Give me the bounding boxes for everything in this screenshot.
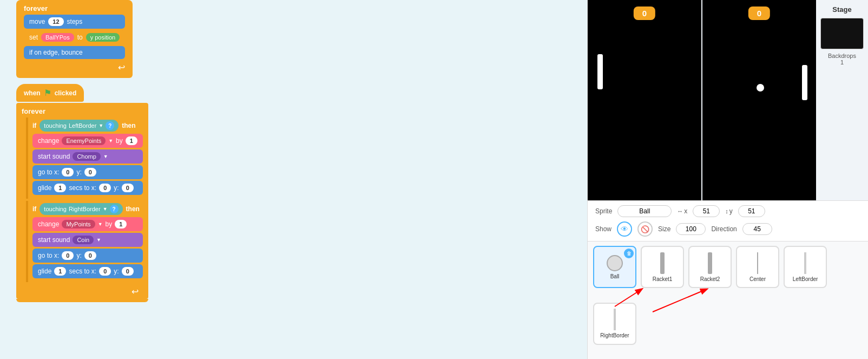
forever-label-2: forever [22,105,143,118]
direction-label: Direction [711,225,737,233]
enemy-points-var: EnemyPoints [62,136,106,145]
stage-mini-panel: Stage Backdrops 1 [816,0,868,200]
question-1: ? [106,121,114,130]
if-label-2: if [32,205,36,213]
stage-label: Stage [832,5,851,14]
question-2: ? [110,205,119,213]
sprite-direction-input[interactable] [742,223,772,235]
dropdown-1: ▼ [98,123,103,128]
flag-icon: ⚑ [44,88,51,98]
sprite-label: Sprite [595,207,612,215]
when-label: when [24,89,41,97]
coin-dropdown: ▼ [96,237,101,243]
glide-1-block[interactable]: glide 1 secs to x: 0 y: 0 [32,181,143,195]
my-points-var: MyPoints [62,220,95,229]
glide1-secs: 1 [54,184,66,192]
sprite-item-ball[interactable]: 🗑 Ball [593,246,636,288]
eye-hidden-button[interactable]: 🚫 [637,221,653,237]
sprite-item-racket2[interactable]: Racket2 [688,246,732,288]
sprite-item-racket1[interactable]: Racket1 [641,246,684,288]
stage-area: 0 0 Stage Backdrops 1 [588,0,868,200]
glide2-x: 0 [99,267,111,276]
touching-condition-2[interactable]: touching RightBorder ▼ ? [40,203,122,215]
sprite-item-leftborder[interactable]: LeftBorder [784,246,827,288]
backdrops-label: Backdrops [828,53,856,59]
set-ballYPos-block[interactable]: set BallYPos to y position [24,30,125,44]
sprite-size-input[interactable] [676,223,706,235]
when-clicked-block[interactable]: when ⚑ clicked [16,84,84,102]
paddle-left-1 [597,54,603,89]
clicked-label: clicked [55,89,77,97]
move-block[interactable]: move 12 steps [24,15,125,29]
svg-line-1 [653,289,707,312]
enemy-change-val: 1 [126,136,137,145]
start-sound-chomp[interactable]: start sound Chomp ▼ [32,149,143,164]
sprite-props-row1: Sprite ↔ x ↕ y [595,205,860,217]
if-block-2: if touching RightBorder ▼ ? then change … [26,201,143,282]
show-label: Show [595,225,611,233]
sprite-props-row2: Show 👁 🚫 Size Direction [595,221,860,237]
rightborder-thumb [614,309,616,330]
eye-visible-button[interactable]: 👁 [617,221,632,237]
start-sound-coin[interactable]: start sound Coin ▼ [32,233,143,247]
delete-badge-ball[interactable]: 🗑 [624,249,634,258]
dropdown-2: ▼ [103,206,108,212]
forever-block-2: forever if touching LeftBorder ▼ ? then [16,103,148,299]
leftborder-sprite-name: LeftBorder [793,276,818,282]
forever-block-1-bottom [16,75,133,78]
score-badge-2: 0 [748,6,770,20]
change-my-block[interactable]: change MyPoints ▼ by 1 [32,217,143,231]
center-sprite-name: Center [749,276,766,282]
racket2-sprite-name: Racket2 [700,276,720,282]
ep-dropdown: ▼ [108,138,113,143]
racket1-sprite-name: Racket1 [653,276,673,282]
glide1-y: 0 [122,184,134,192]
forever-label-1: forever [24,2,125,15]
goto1-y-val: 0 [84,168,96,177]
curve-arrow-2: ↩ [22,284,143,299]
game-screen-1: 0 [588,0,701,200]
sprite-item-rightborder[interactable]: RightBorder [593,303,636,345]
center-thumb [757,252,758,274]
ball-sprite [757,84,764,92]
code-area: forever move 12 steps set BallYPos to y … [0,0,587,359]
score-badge-1: 0 [634,6,655,20]
glide1-x: 0 [99,184,111,192]
x-label-group: ↔ x [677,207,687,215]
rightborder-sprite-name: RightBorder [600,332,629,338]
game-screens: 0 0 [588,0,816,200]
if-label-1: if [32,122,36,129]
goto1-x-val: 0 [62,168,74,177]
size-label: Size [658,225,670,233]
change-enemy-block[interactable]: change EnemyPoints ▼ by 1 [32,134,143,148]
block-group-2: when ⚑ clicked forever if touching LeftB… [16,84,148,302]
sprite-tray: 🗑 Ball Racket1 Racket2 Center [588,241,868,359]
sprite-props-panel: Sprite ↔ x ↕ y Show 👁 [588,200,868,241]
goto-1-block[interactable]: go to x: 0 y: 0 [32,165,143,179]
ball-sprite-name: Ball [610,273,620,279]
sprite-x-input[interactable] [693,205,720,217]
if-on-edge-block[interactable]: if on edge, bounce [24,46,125,59]
goto2-y-val: 0 [84,251,96,260]
then-label-1: then [122,122,135,129]
ball-thumb [607,255,623,271]
sprite-item-center[interactable]: Center [736,246,779,288]
forever-block-2-bottom [16,299,148,302]
ballYPos-val: y position [86,33,120,42]
sprite-name-input[interactable] [617,205,672,217]
my-change-val: 1 [115,220,127,229]
if-block-1: if touching LeftBorder ▼ ? then change E… [26,118,143,199]
y-label-group: ↕ y [725,207,733,215]
paddle-right-2 [802,65,807,100]
touching-condition-1[interactable]: touching LeftBorder ▼ ? [40,120,119,132]
then-label-2: then [126,205,140,213]
stage-backdrop-thumbnail[interactable] [820,18,864,49]
racket1-thumb [660,252,665,274]
glide-2-block[interactable]: glide 1 secs to x: 0 y: 0 [32,264,143,278]
goto-2-block[interactable]: go to x: 0 y: 0 [32,249,143,263]
chomp-sound: Chomp [73,152,100,161]
mp-dropdown: ▼ [98,221,103,227]
sprite-y-input[interactable] [738,205,765,217]
if-header-2: if touching RightBorder ▼ ? then [32,203,143,215]
leftborder-thumb [804,252,806,274]
